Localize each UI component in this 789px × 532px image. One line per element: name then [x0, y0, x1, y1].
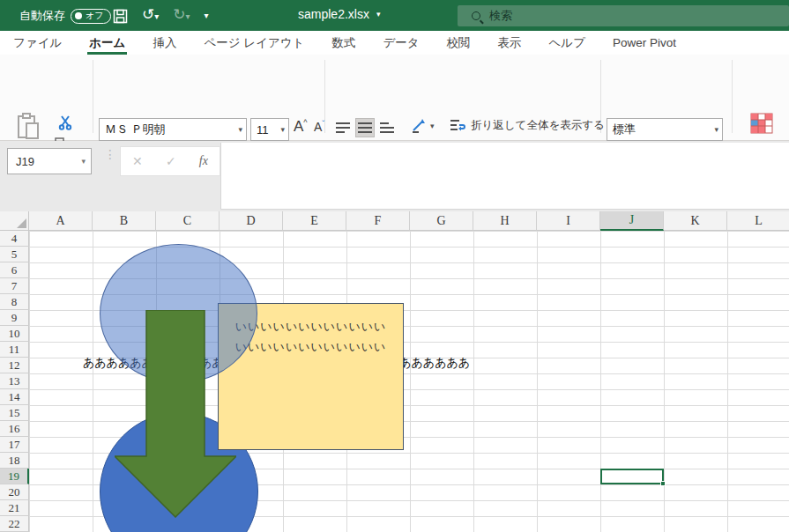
scissors-icon	[58, 115, 74, 130]
title-bar: 自動保存 オフ ↺▾ ↻▾ ▾ sample2.xlsx ▾ 検索	[0, 0, 789, 31]
shrink-font-button[interactable]: Aˇ	[314, 120, 324, 134]
row-header-21[interactable]: 21	[0, 500, 29, 516]
row-header-12[interactable]: 12	[0, 358, 29, 373]
number-format-value: 標準	[613, 122, 636, 137]
group-divider	[732, 60, 733, 133]
align-middle-icon	[358, 122, 372, 134]
row-header-14[interactable]: 14	[0, 389, 29, 405]
row-header-18[interactable]: 18	[0, 453, 29, 469]
enter-icon[interactable]: ✓	[166, 154, 176, 168]
autosave-label: 自動保存	[19, 8, 65, 24]
row-header-7[interactable]: 7	[0, 278, 29, 294]
align-top-button[interactable]	[333, 118, 353, 137]
align-bottom-button[interactable]	[377, 118, 397, 137]
formula-bar-strip: J19 ▾ ⋮ ✕ ✓ fx	[0, 141, 789, 211]
grow-font-letter: A	[294, 118, 303, 136]
row-header-10[interactable]: 10	[0, 326, 29, 342]
column-header-J[interactable]: J	[600, 211, 664, 231]
row-header-6[interactable]: 6	[0, 262, 29, 278]
wrap-text-button[interactable]: 折り返して全体を表示する	[450, 118, 605, 133]
orientation-chevron-icon: ▾	[430, 122, 435, 130]
font-size-combo[interactable]: 11 ▾	[250, 118, 289, 141]
column-header-E[interactable]: E	[283, 211, 346, 231]
filename: sample2.xlsx	[298, 7, 369, 21]
orientation-icon	[411, 118, 427, 134]
row-header-11[interactable]: 11	[0, 342, 29, 358]
column-header-I[interactable]: I	[537, 211, 600, 231]
name-box-value: J19	[16, 155, 34, 168]
row-header-5[interactable]: 5	[0, 247, 29, 262]
column-header-G[interactable]: G	[410, 211, 473, 231]
shape-down-arrow[interactable]	[115, 310, 236, 518]
cut-button[interactable]	[58, 115, 74, 130]
row-header-16[interactable]: 16	[0, 421, 29, 437]
align-middle-button[interactable]	[355, 118, 375, 137]
column-header-D[interactable]: D	[220, 211, 283, 231]
column-header-H[interactable]: H	[473, 211, 537, 231]
row-header-4[interactable]: 4	[0, 231, 29, 247]
search-box[interactable]: 検索	[458, 5, 789, 26]
formula-buttons-panel: ✕ ✓ fx	[120, 146, 220, 176]
row-header-20[interactable]: 20	[0, 484, 29, 500]
row-header-19[interactable]: 19	[0, 469, 29, 484]
ribbon: 貼り付け ▾ ▾ クリップボード ＭＳ Ｐ明朝 ▾ 11 ▾ A^	[0, 55, 789, 141]
row-header-9[interactable]: 9	[0, 310, 29, 326]
tab-home[interactable]: ホーム	[87, 31, 127, 55]
tab-file[interactable]: ファイル	[11, 31, 63, 55]
tab-data[interactable]: データ	[381, 31, 421, 55]
align-top-icon	[336, 122, 350, 134]
font-size-chevron-icon: ▾	[280, 125, 285, 134]
font-name-combo[interactable]: ＭＳ Ｐ明朝 ▾	[99, 118, 247, 141]
tab-review[interactable]: 校閲	[445, 31, 473, 55]
autosave-toggle-knob	[75, 12, 82, 19]
formula-bar-resize-handle[interactable]: ⋮	[104, 151, 116, 158]
wrap-text-label: 折り返して全体を表示する	[471, 118, 605, 133]
formula-input[interactable]	[220, 143, 789, 210]
number-format-chevron-icon: ▾	[714, 125, 718, 134]
column-header-C[interactable]: C	[156, 211, 220, 231]
orientation-button[interactable]: ▾	[411, 118, 435, 134]
tab-insert[interactable]: 挿入	[151, 31, 178, 55]
insert-function-icon[interactable]: fx	[199, 154, 208, 168]
undo-icon[interactable]: ↺▾	[142, 4, 159, 27]
column-header-A[interactable]: A	[29, 211, 93, 231]
number-format-combo[interactable]: 標準 ▾	[607, 118, 723, 141]
redo-icon[interactable]: ↻▾	[173, 4, 190, 27]
select-all-corner[interactable]	[0, 211, 29, 231]
tab-view[interactable]: 表示	[496, 31, 524, 55]
fill-handle[interactable]	[660, 481, 666, 486]
cancel-icon[interactable]: ✕	[132, 154, 143, 168]
row-header-17[interactable]: 17	[0, 437, 29, 453]
search-icon	[472, 11, 480, 20]
save-icon[interactable]	[113, 9, 128, 24]
tab-page-layout[interactable]: ページ レイアウト	[202, 31, 306, 55]
row-header-13[interactable]: 13	[0, 373, 29, 389]
font-size-value: 11	[257, 123, 269, 137]
autosave-state: オフ	[86, 10, 103, 22]
document-title[interactable]: sample2.xlsx ▾	[298, 7, 380, 21]
tab-formulas[interactable]: 数式	[330, 31, 357, 55]
column-header-K[interactable]: K	[664, 211, 727, 231]
column-header-F[interactable]: F	[346, 211, 410, 231]
customize-qat-icon[interactable]: ▾	[205, 5, 209, 26]
column-header-B[interactable]: B	[93, 211, 156, 231]
tab-help[interactable]: ヘルプ	[547, 31, 587, 55]
row-header-15[interactable]: 15	[0, 405, 29, 421]
autosave-toggle[interactable]: オフ	[71, 9, 111, 24]
selected-cell-J19[interactable]	[600, 469, 664, 484]
clipboard-icon	[16, 113, 41, 141]
name-box-chevron-icon: ▾	[81, 157, 86, 166]
ribbon-tab-row: ファイル ホーム 挿入 ページ レイアウト 数式 データ 校閲 表示 ヘルプ P…	[0, 31, 789, 55]
row-header-22[interactable]: 22	[0, 516, 29, 532]
autosave-control[interactable]: 自動保存 オフ	[19, 8, 111, 24]
tab-power-pivot[interactable]: Power Pivot	[611, 31, 678, 55]
grow-font-button[interactable]: A^	[294, 118, 308, 136]
name-box[interactable]: J19 ▾	[7, 148, 92, 174]
group-divider	[93, 60, 93, 133]
font-name-value: ＭＳ Ｐ明朝	[105, 122, 166, 137]
title-chevron-icon: ▾	[376, 10, 381, 18]
wrap-text-icon	[450, 118, 465, 133]
conditional-formatting-icon	[750, 113, 773, 134]
row-header-8[interactable]: 8	[0, 294, 29, 310]
column-header-L[interactable]: L	[727, 211, 789, 231]
